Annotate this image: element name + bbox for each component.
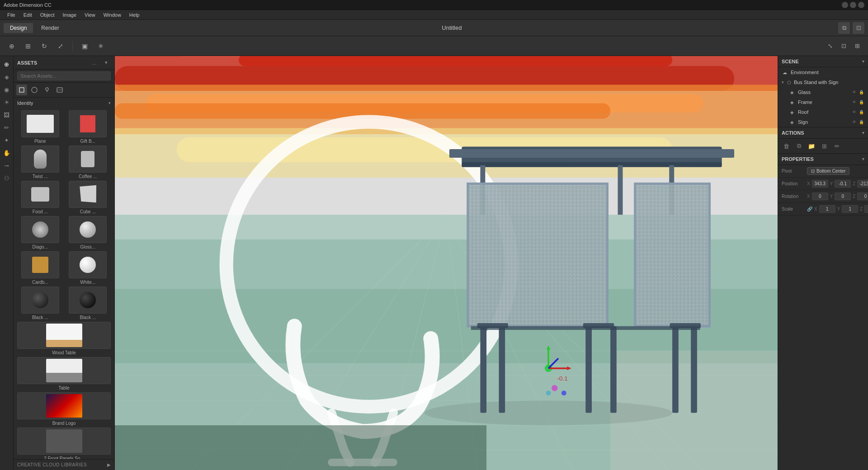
scale-x[interactable]: 1	[819, 205, 835, 213]
asset-thumb-wood-table	[17, 322, 111, 349]
position-y[interactable]: -0.1	[835, 180, 851, 188]
pivot-button[interactable]: ⊡ Bottom Center	[807, 167, 849, 175]
asset-white[interactable]: White...	[65, 251, 111, 285]
menu-object[interactable]: Object	[37, 11, 58, 19]
tool-magic[interactable]: ✦	[1, 135, 12, 146]
assets-content: Identity ▾ Plane Gift B...	[14, 98, 114, 459]
tool-camera[interactable]: ✳	[94, 40, 107, 52]
action-duplicate[interactable]: ⧉	[794, 141, 803, 150]
tool-select[interactable]: ⊕	[5, 40, 18, 52]
maximize-button[interactable]: □	[850, 2, 856, 8]
tool-people[interactable]: ⚇	[1, 173, 12, 183]
toolbar-icon-1[interactable]: ⧉	[838, 22, 850, 34]
sign-eye-btn[interactable]: 👁	[851, 119, 857, 125]
scene-child-sign[interactable]: ◈ Sign 👁 🔒	[785, 117, 868, 127]
asset-2front[interactable]: 2 Front Panels So...	[17, 428, 111, 459]
menu-file[interactable]: File	[4, 11, 19, 19]
assets-dropdown-btn[interactable]: ▾	[102, 58, 111, 67]
scene-child-roof[interactable]: ◈ Roof 👁 🔒	[785, 107, 868, 117]
assets-tab-images[interactable]	[54, 85, 65, 95]
rotation-y[interactable]: 0	[835, 193, 851, 200]
actions-collapse-btn[interactable]: ▾	[862, 131, 864, 135]
asset-coffee[interactable]: Coffee ...	[65, 146, 111, 179]
actions-panel: ACTIONS ▾ 🗑 ⧉ 📁 ⊞ ✏	[778, 127, 868, 154]
rotation-z[interactable]: 0	[857, 193, 868, 200]
scale-z[interactable]: 1	[864, 205, 868, 213]
tool-measure[interactable]: ⊸	[1, 160, 12, 171]
tool-select2[interactable]: ◈	[1, 71, 12, 82]
asset-label-cardboard: Cardb...	[21, 280, 59, 285]
asset-gloss[interactable]: Gloss...	[65, 216, 111, 249]
rotation-x[interactable]: 0	[812, 193, 828, 200]
scene-environment[interactable]: ☁ Environment	[778, 67, 868, 77]
tool-hand[interactable]: ✋	[1, 147, 12, 158]
svg-rect-47	[462, 162, 722, 167]
menu-view[interactable]: View	[81, 11, 99, 19]
asset-black2[interactable]: Black ...	[65, 287, 111, 320]
asset-gift[interactable]: Gift B...	[65, 110, 111, 144]
glass-eye-btn[interactable]: 👁	[851, 89, 857, 95]
tool-light[interactable]: ☀	[1, 97, 12, 108]
action-group[interactable]: ⊞	[820, 141, 829, 150]
menu-image[interactable]: Image	[59, 11, 80, 19]
assets-tab-materials[interactable]	[29, 85, 40, 95]
asset-table[interactable]: Table	[17, 357, 111, 390]
menu-window[interactable]: Window	[100, 11, 125, 19]
frame-eye-btn[interactable]: 👁	[851, 99, 857, 105]
assets-search-input[interactable]	[17, 71, 111, 80]
expand-icon-2[interactable]: ⊡	[838, 41, 849, 52]
assets-tab-models[interactable]	[16, 85, 27, 95]
menu-edit[interactable]: Edit	[20, 11, 36, 19]
asset-diag[interactable]: Diago...	[17, 216, 63, 249]
section-identity-header[interactable]: Identity ▾	[14, 98, 114, 108]
asset-brand-logo[interactable]: Brand Logo	[17, 392, 111, 426]
scene-collapse-btn[interactable]: ▾	[862, 59, 864, 64]
asset-twist[interactable]: Twist ...	[17, 146, 63, 179]
assets-more-btn[interactable]: ...	[90, 58, 99, 67]
minimize-button[interactable]: ─	[842, 2, 848, 8]
scene-child-frame[interactable]: ◈ Frame 👁 🔒	[785, 97, 868, 107]
tool-scale[interactable]: ⤢	[54, 40, 67, 52]
viewport[interactable]: -0.1	[115, 56, 778, 470]
tool-eyedrop[interactable]: ✏	[1, 122, 12, 133]
position-x[interactable]: 343.3	[812, 180, 828, 188]
action-delete[interactable]: 🗑	[782, 141, 791, 150]
asset-plane[interactable]: Plane	[17, 110, 63, 144]
tab-render[interactable]: Render	[35, 23, 65, 33]
actions-icons: 🗑 ⧉ 📁 ⊞ ✏	[778, 139, 868, 153]
tool-image[interactable]: 🖼	[1, 109, 12, 120]
scene-group-header[interactable]: ▾ ⬡ Bus Stand with Sign	[778, 77, 868, 87]
expand-icon-3[interactable]: ⊞	[852, 41, 863, 52]
menu-help[interactable]: Help	[126, 11, 143, 19]
tool-add[interactable]: ⊕	[1, 59, 12, 70]
action-folder[interactable]: 📁	[807, 141, 816, 150]
roof-eye-btn[interactable]: 👁	[851, 109, 857, 115]
tool-frame[interactable]: ▣	[78, 40, 91, 52]
tool-transform[interactable]: ⊞	[22, 40, 34, 52]
sign-icon: ◈	[789, 119, 795, 125]
tool-pan[interactable]: ◉	[1, 84, 12, 95]
sign-lock-btn[interactable]: 🔒	[858, 119, 864, 125]
scale-y[interactable]: 1	[842, 205, 858, 213]
roof-lock-btn[interactable]: 🔒	[858, 109, 864, 115]
assets-tab-lights[interactable]	[42, 85, 52, 95]
asset-wood-table[interactable]: Wood Table	[17, 322, 111, 355]
toolbar-icon-2[interactable]: ⊡	[853, 22, 864, 34]
scene-child-glass[interactable]: ◈ Glass 👁 🔒	[785, 87, 868, 97]
document-title: Untitled	[67, 24, 836, 31]
position-z[interactable]: -213.5	[857, 180, 868, 188]
asset-cardboard[interactable]: Cardb...	[17, 251, 63, 285]
properties-collapse-btn[interactable]: ▾	[862, 157, 864, 161]
expand-icon-1[interactable]: ⤡	[825, 41, 835, 52]
action-eyedrop[interactable]: ✏	[832, 141, 841, 150]
rot-z-label: Z	[853, 194, 855, 199]
asset-black1[interactable]: Black ...	[17, 287, 63, 320]
svg-rect-41	[585, 326, 592, 413]
glass-lock-btn[interactable]: 🔒	[858, 89, 864, 95]
asset-food[interactable]: Food ...	[17, 181, 63, 214]
tab-design[interactable]: Design	[4, 23, 33, 33]
tool-rotate[interactable]: ↻	[38, 40, 51, 52]
frame-lock-btn[interactable]: 🔒	[858, 99, 864, 105]
asset-cube[interactable]: Cube ...	[65, 181, 111, 214]
close-button[interactable]: ✕	[858, 2, 864, 8]
